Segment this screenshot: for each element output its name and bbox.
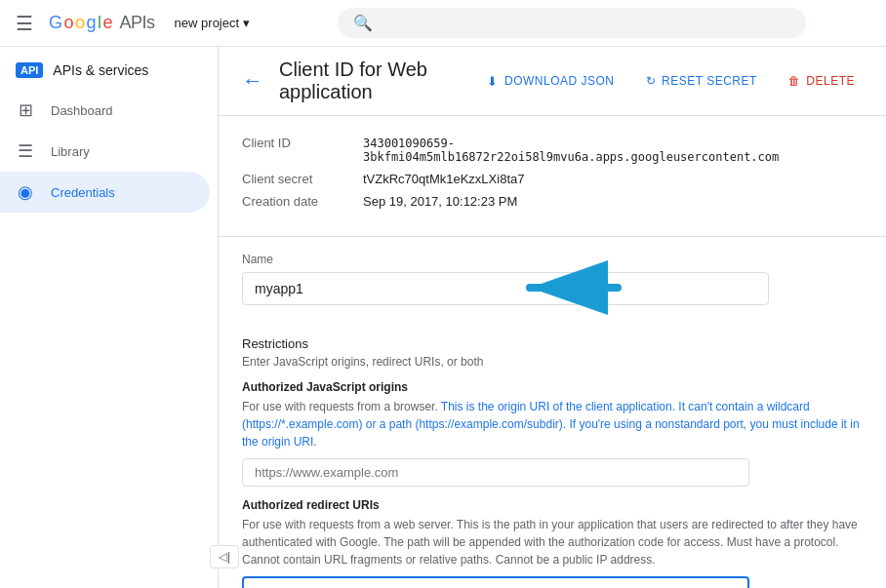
restrictions-section: Restrictions Enter JavaScript origins, r… xyxy=(219,336,886,588)
delete-label: DELETE xyxy=(806,74,855,88)
delete-button[interactable]: 🗑 DELETE xyxy=(781,70,863,92)
js-origins-title: Authorized JavaScript origins xyxy=(242,380,863,394)
client-secret-value: tVZkRc70qtMk1eKzxLXi8ta7 xyxy=(363,172,524,186)
restrictions-desc: Enter JavaScript origins, redirect URIs,… xyxy=(242,355,863,369)
client-secret-label: Client secret xyxy=(242,172,340,186)
sidebar-header-title: APIs & services xyxy=(53,62,148,78)
form-section: Name xyxy=(219,237,886,336)
js-origins-input[interactable] xyxy=(242,458,749,487)
search-icon: 🔍 xyxy=(353,14,373,32)
client-id-value: 343001090659-3bkfmi04m5mlb16872r22oi58l9… xyxy=(363,137,863,164)
credentials-icon: ◉ xyxy=(16,181,35,203)
collapse-sidebar-button[interactable]: ◁| xyxy=(210,545,239,568)
delete-icon: 🗑 xyxy=(788,74,801,88)
redirect-uris-desc: For use with requests from a web server.… xyxy=(242,516,863,568)
sidebar-label-dashboard: Dashboard xyxy=(51,103,113,118)
header-actions: ⬇ DOWNLOAD JSON ↻ RESET SECRET 🗑 DELETE xyxy=(479,70,863,93)
uri-item-0: https://app.picanimatetraffic.com/user/c… xyxy=(244,578,747,588)
client-id-label: Client ID xyxy=(242,136,340,150)
reset-secret-label: RESET SECRET xyxy=(662,74,757,88)
download-json-label: DOWNLOAD JSON xyxy=(504,74,615,88)
sidebar-item-dashboard[interactable]: ⊞ Dashboard xyxy=(0,90,210,131)
logo-g2: g xyxy=(87,13,97,33)
sidebar-item-credentials[interactable]: ◉ Credentials xyxy=(0,172,210,213)
sidebar-label-library: Library xyxy=(51,144,90,159)
info-row-creation-date: Creation date Sep 19, 2017, 10:12:23 PM xyxy=(242,194,863,209)
info-row-client-id: Client ID 343001090659-3bkfmi04m5mlb1687… xyxy=(242,136,863,164)
back-button[interactable]: ← xyxy=(242,68,263,94)
layout: API APIs & services ⊞ Dashboard ☰ Librar… xyxy=(0,47,886,588)
api-badge: API xyxy=(16,62,43,78)
project-selector[interactable]: new project ▾ xyxy=(167,12,258,34)
page-title: Client ID for Web application xyxy=(279,59,463,103)
sidebar: API APIs & services ⊞ Dashboard ☰ Librar… xyxy=(0,47,219,588)
creation-date-label: Creation date xyxy=(242,194,340,209)
dashboard-icon: ⊞ xyxy=(16,99,35,121)
logo-o2: o xyxy=(75,13,85,33)
collapse-icon: ◁| xyxy=(219,550,230,564)
redirect-uris-title: Authorized redirect URIs xyxy=(242,498,863,512)
search-box: 🔍 xyxy=(338,8,806,38)
sidebar-header: API APIs & services xyxy=(0,55,218,90)
creation-date-value: Sep 19, 2017, 10:12:23 PM xyxy=(363,194,517,209)
menu-icon[interactable]: ☰ xyxy=(12,8,37,39)
logo-l: l xyxy=(98,13,101,33)
js-origins-desc: For use with requests from a browser. Th… xyxy=(242,398,863,451)
sidebar-label-credentials: Credentials xyxy=(51,185,115,200)
reset-icon: ↻ xyxy=(646,74,657,88)
logo-e: e xyxy=(103,13,113,33)
download-json-button[interactable]: ⬇ DOWNLOAD JSON xyxy=(479,70,622,93)
download-icon: ⬇ xyxy=(487,74,499,89)
search-input[interactable] xyxy=(381,16,790,31)
sidebar-item-library[interactable]: ☰ Library xyxy=(0,131,210,172)
arrow-annotation xyxy=(510,258,627,317)
info-section: Client ID 343001090659-3bkfmi04m5mlb1687… xyxy=(219,116,886,237)
search-area: 🔍 xyxy=(269,8,874,38)
info-row-client-secret: Client secret tVZkRc70qtMk1eKzxLXi8ta7 xyxy=(242,172,863,186)
reset-secret-button[interactable]: ↻ RESET SECRET xyxy=(638,70,765,92)
topbar: ☰ Google APIs new project ▾ 🔍 xyxy=(0,0,886,47)
logo-g: G xyxy=(49,13,62,33)
library-icon: ☰ xyxy=(16,140,35,162)
google-apis-logo: Google APIs xyxy=(49,13,155,33)
page-header: ← Client ID for Web application ⬇ DOWNLO… xyxy=(219,47,886,116)
name-input[interactable] xyxy=(242,272,769,305)
uri-list: https://app.picanimatetraffic.com/user/c… xyxy=(242,576,749,588)
restrictions-title: Restrictions xyxy=(242,336,863,351)
main-content: ← Client ID for Web application ⬇ DOWNLO… xyxy=(219,47,886,588)
logo-o1: o xyxy=(64,13,74,33)
apis-text: APIs xyxy=(116,13,155,33)
project-name: new project xyxy=(175,16,239,30)
project-dropdown-icon: ▾ xyxy=(243,16,250,30)
name-form-group: Name xyxy=(242,253,863,305)
